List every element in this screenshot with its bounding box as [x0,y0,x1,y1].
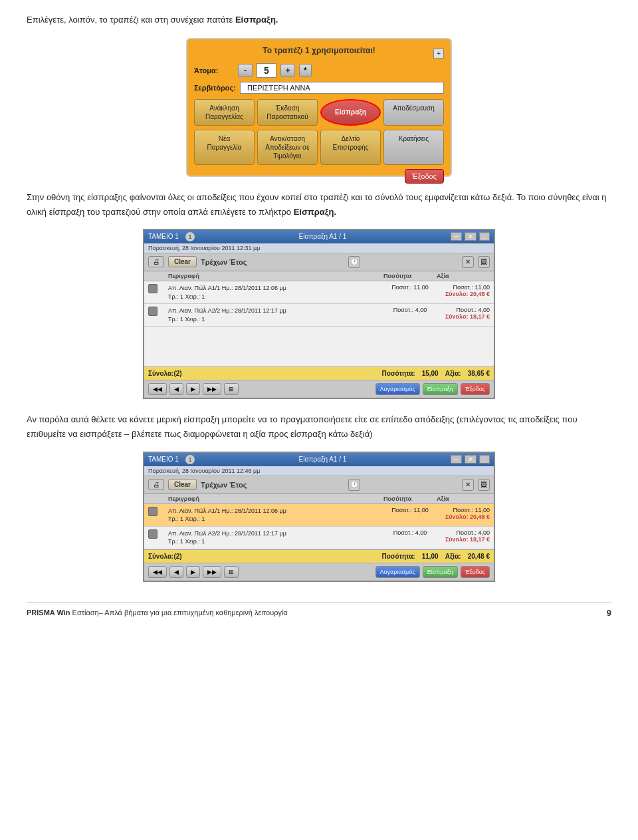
plus-button[interactable]: + [280,64,295,77]
pos-terminal-2: ΤΑΜΕΙΟ 1 [148,456,179,463]
footer-val-1: 38,65 € [468,370,490,377]
nav-buttons-2: ◀◀ ◀ ▶ ▶▶ ⊞ [148,566,239,578]
pos-col-headers-2: Περιγραφή Ποσότητα Αξία [144,494,494,504]
dialog-plus-corner[interactable]: + [433,49,444,59]
table-btn-2[interactable]: ⊞ [224,566,239,578]
pos-row-1-2[interactable]: Απ. Λιαν. Πώλ.Α1/1 Ημ.: 28/1/2011 12:06 … [144,504,494,527]
pos-screen-1: ΤΑΜΕΙΟ 1 1 Είσπραξη Α1 / 1 ─ ✕ □ Παρασκε… [143,229,495,399]
pos-date-1: Παρασκευή, 28 Ιανουαρίου 2011 12:31 μμ [148,245,260,251]
brand-tagline: – Απλά βήματα για μια επιτυχημένη καθημε… [99,609,288,617]
table-btn-1[interactable]: ⊞ [224,383,239,395]
pos-resize-1[interactable]: □ [479,232,490,241]
exit-action-btn-2[interactable]: Έξοδος [461,566,490,578]
pos-clock-icon-1[interactable]: 🕐 [348,256,360,268]
pos-header-left-1: ΤΑΜΕΙΟ 1 1 [148,232,195,241]
table-dialog: Το τραπέζι 1 χρησιμοποιείται! + Άτομα: -… [186,38,452,177]
row-desc-1-1: Απ. Λιαν. Πώλ.Α1/1 Ημ.: 28/1/2011 12:06 … [168,284,383,301]
pos-row-1-1[interactable]: Απ. Λιαν. Πώλ.Α1/1 Ημ.: 28/1/2011 12:06 … [144,281,494,304]
col-icon-1 [148,273,168,279]
footer-label-2: Σύνολα:(2) [148,553,182,560]
pos-img-btn-1[interactable]: 🖼 [478,256,490,268]
prev-btn-2[interactable]: ◀ [169,566,183,578]
row-val-2-1: Ποσοτ.: 4,00 Σύνολο: 18,17 € [437,307,490,320]
back-btn-1[interactable]: ◀◀ [148,383,167,395]
dialog-title: Το τραπέζι 1 χρησιμοποιείται! [263,46,375,55]
eisprax-btn-1[interactable]: Είσπραξη [423,383,458,395]
log-btn-2[interactable]: Λογαριασμός [375,566,420,578]
apodes-btn[interactable]: Αποδέσμευση [383,99,444,126]
atoms-value: 5 [257,63,276,78]
prev-btn-1[interactable]: ◀ [169,383,183,395]
para1-bold: Είσπραξη. [294,207,337,217]
exit-button[interactable]: Έξοδος [405,169,444,184]
intro-text: Επιλέγετε, λοιπόν, το τραπέζι και στη συ… [27,15,235,25]
row-val-2-2: Ποσοτ.: 4,00 Σύνολο: 18,17 € [437,529,490,543]
clear-button-1[interactable]: Clear [168,256,197,267]
minus-button[interactable]: - [238,64,253,77]
pos-printer-icon-2[interactable]: 🖨 [148,479,164,490]
back-btn-2[interactable]: ◀◀ [148,566,167,578]
row-val-1-2: Ποσοτ.: 11,00 Σύνολο: 20,48 € [437,507,490,520]
next-btn-1[interactable]: ▶ [186,383,200,395]
pos-printer-icon-1[interactable]: 🖨 [148,256,164,267]
pos-screen-2: ΤΑΜΕΙΟ 1 1 Είσπραξη Α1 / 1 ─ ✕ □ Παρασκε… [143,452,495,582]
pos-header-1: ΤΑΜΕΙΟ 1 1 Είσπραξη Α1 / 1 ─ ✕ □ [144,230,494,243]
eisprax-main-btn[interactable]: Είσπραξη [320,99,381,126]
pos-spacer-1 [144,327,494,366]
atoms-label: Άτομα: [194,67,234,74]
footer-qty-label-2: Ποσότητα: [381,553,415,560]
pos-minimize-1[interactable]: ─ [451,232,462,241]
clear-button-2[interactable]: Clear [168,479,197,490]
row-icon-2-2 [148,529,158,539]
pos-footer-actions-2: ◀◀ ◀ ▶ ▶▶ ⊞ Λογαριασμός Είσπραξη Έξοδος [144,563,494,581]
row-val-1-1: Ποσοτ.: 11,00 Σύνολο: 20,48 € [437,284,490,297]
pos-header-controls-2: ─ ✕ □ [451,455,490,464]
brand-sub: Εστίαση [70,609,99,617]
pos-header-left-2: ΤΑΜΕΙΟ 1 1 [148,455,195,464]
anakl-btn[interactable]: Ανάκληση Παραγγελίας [194,99,255,126]
pos-img-btn-2[interactable]: 🖼 [478,479,490,491]
pos-minimize-2[interactable]: ─ [451,455,462,464]
fwd-btn-2[interactable]: ▶▶ [203,566,221,578]
exit-action-btn-1[interactable]: Έξοδος [461,383,490,395]
log-btn-1[interactable]: Λογαριασμός [375,383,420,395]
pos-row-2-2[interactable]: Απ. Λιαν. Πώλ.Α2/2 Ημ.: 28/1/2011 12:17 … [144,527,494,549]
col-desc-1: Περιγραφή [168,273,383,279]
eisprax-btn-2[interactable]: Είσπραξη [423,566,458,578]
pos-close-2[interactable]: ✕ [465,455,477,464]
fwd-btn-1[interactable]: ▶▶ [203,383,221,395]
footer-val-label-2: Αξία: [445,553,461,560]
row-desc-1-2: Απ. Λιαν. Πώλ.Α1/1 Ημ.: 28/1/2011 12:06 … [168,507,383,523]
row-desc-2-2: Απ. Λιαν. Πώλ.Α2/2 Ημ.: 28/1/2011 12:17 … [168,529,383,546]
pos-subheader-1: Παρασκευή, 28 Ιανουαρίου 2011 12:31 μμ [144,243,494,253]
antik-btn[interactable]: Αντικ/σταση Αποδείξεων σε Τιμολόγιο [257,130,318,165]
brand-name: PRISMA Win [27,609,70,617]
pos-toolbar-1: 🖨 Clear Τρέχων Έτος 🕐 ✕ 🖼 [144,253,494,271]
pos-clock-icon-2[interactable]: 🕐 [348,479,360,491]
nea-parag-btn[interactable]: Νέα Παραγγελία [194,130,255,165]
pos-x-btn-2[interactable]: ✕ [462,479,474,491]
next-btn-2[interactable]: ▶ [186,566,200,578]
deltio-btn[interactable]: Δελτίο Επιστροφής [320,130,381,165]
ekdosi-btn[interactable]: Έκδοση Παραστατικού [257,99,318,126]
pos-close-1[interactable]: ✕ [465,232,477,241]
pos-x-btn-1[interactable]: ✕ [462,256,474,268]
pos-header-2: ΤΑΜΕΙΟ 1 1 Είσπραξη Α1 / 1 ─ ✕ □ [144,453,494,466]
para1: Στην οθόνη της είσπραξης φαίνονται όλες … [27,190,611,219]
pos-icon-2: 1 [185,455,195,464]
pos-year-filter-1: Τρέχων Έτος [201,258,247,266]
star-button[interactable]: * [299,64,312,77]
col-val-1: Αξία [437,273,490,279]
pos-header-controls-1: ─ ✕ □ [451,232,490,241]
footer-qty-label-1: Ποσότητα: [381,370,415,377]
page-number: 9 [607,608,611,618]
pos-row-2-1[interactable]: Απ. Λιαν. Πώλ.Α2/2 Ημ.: 28/1/2011 12:17 … [144,304,494,327]
para2-text: Αν παρόλα αυτά θέλετε να κάνετε μερική ε… [27,414,578,439]
pos-title-1: Είσπραξη Α1 / 1 [298,233,346,240]
pos-resize-2[interactable]: □ [479,455,490,464]
col-desc-2: Περιγραφή [168,495,383,502]
waiter-label: Σερβιτόρος: [194,84,236,92]
kratiseis-btn[interactable]: Κρατήσεις [383,130,444,165]
row-qty-2-1: Ποσοτ.: 4,00 [383,307,437,313]
row-desc-2-1: Απ. Λιαν. Πώλ.Α2/2 Ημ.: 28/1/2011 12:17 … [168,307,383,323]
